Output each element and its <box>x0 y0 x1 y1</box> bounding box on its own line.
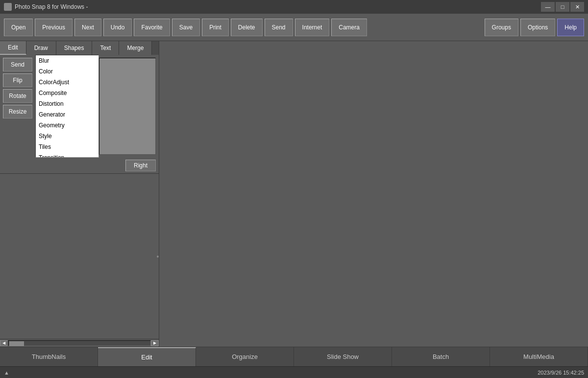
filter-generator[interactable]: Generator <box>36 109 98 120</box>
filter-transition[interactable]: Transition <box>36 152 98 158</box>
tab-shapes[interactable]: Shapes <box>56 41 93 55</box>
camera-button[interactable]: Camera <box>331 19 367 36</box>
filter-color[interactable]: Color <box>36 66 98 77</box>
tab-merge[interactable]: Merge <box>119 41 152 55</box>
right-canvas <box>159 41 588 347</box>
bottom-tab-multimedia[interactable]: MultiMedia <box>490 347 588 366</box>
filter-blur[interactable]: Blur <box>36 55 98 66</box>
filter-list[interactable]: Blur Color ColorAdjust Composite Distort… <box>35 55 99 158</box>
edit-tab-bar: Edit Draw Shapes Text Merge <box>0 41 159 55</box>
right-button[interactable]: Right <box>125 160 156 171</box>
send-button[interactable]: Send <box>265 19 293 36</box>
bottom-tab-organize[interactable]: Organize <box>196 347 294 366</box>
help-button[interactable]: Help <box>557 19 584 36</box>
filter-composite[interactable]: Composite <box>36 88 98 98</box>
canvas-scroll[interactable] <box>0 174 159 339</box>
delete-button[interactable]: Delete <box>231 19 263 36</box>
status-bar: ▲ 2023/9/26 15:42:25 <box>0 366 588 378</box>
canvas-area <box>0 173 159 339</box>
window-controls: — □ ✕ <box>541 2 584 12</box>
bottom-tab-slideshow[interactable]: Slide Show <box>294 347 392 366</box>
app-icon <box>4 3 12 11</box>
app-title: Photo Snap 8 for Windows - <box>15 3 541 10</box>
canvas-dot <box>157 256 159 258</box>
title-bar: Photo Snap 8 for Windows - — □ ✕ <box>0 0 588 14</box>
status-datetime: 2023/9/26 15:42:25 <box>538 370 584 376</box>
send-action-button[interactable]: Send <box>3 58 32 71</box>
filter-tiles[interactable]: Tiles <box>36 142 98 152</box>
top-section: Send Flip Rotate Resize Blur Color Color… <box>0 55 159 158</box>
filter-distortion[interactable]: Distortion <box>36 98 98 109</box>
main-area: Edit Draw Shapes Text Merge Send Flip Ro… <box>0 41 588 347</box>
options-button[interactable]: Options <box>520 19 555 36</box>
undo-button[interactable]: Undo <box>103 19 132 36</box>
resize-button[interactable]: Resize <box>3 105 32 118</box>
scrollbar-left-arrow[interactable]: ◀ <box>0 340 8 346</box>
filter-geometry[interactable]: Geometry <box>36 120 98 131</box>
previous-button[interactable]: Previous <box>35 19 73 36</box>
maximize-button[interactable]: □ <box>556 2 569 12</box>
status-icon: ▲ <box>4 370 14 376</box>
groups-button[interactable]: Groups <box>485 19 518 36</box>
scrollbar-thumb[interactable] <box>9 341 24 346</box>
flip-button[interactable]: Flip <box>3 73 32 87</box>
minimize-button[interactable]: — <box>541 2 555 12</box>
bottom-tab-bar: ThumbNails Edit Organize Slide Show Batc… <box>0 347 588 366</box>
rotate-button[interactable]: Rotate <box>3 89 32 103</box>
tab-edit[interactable]: Edit <box>0 41 26 55</box>
save-button[interactable]: Save <box>172 19 200 36</box>
left-panel: Edit Draw Shapes Text Merge Send Flip Ro… <box>0 41 159 347</box>
scrollbar-track[interactable] <box>8 340 151 346</box>
action-column: Send Flip Rotate Resize <box>0 55 35 158</box>
favorite-button[interactable]: Favorite <box>134 19 170 36</box>
filter-style[interactable]: Style <box>36 131 98 142</box>
print-button[interactable]: Print <box>202 19 229 36</box>
filter-coloradjust[interactable]: ColorAdjust <box>36 77 98 88</box>
scrollbar-right-arrow[interactable]: ▶ <box>151 340 159 346</box>
bottom-tab-thumbnails[interactable]: ThumbNails <box>0 347 98 366</box>
bottom-tab-edit[interactable]: Edit <box>98 347 196 366</box>
next-button[interactable]: Next <box>74 19 101 36</box>
toolbar: Open Previous Next Undo Favorite Save Pr… <box>0 14 588 41</box>
tab-text[interactable]: Text <box>92 41 119 55</box>
horizontal-scrollbar[interactable]: ◀ ▶ <box>0 339 159 347</box>
direction-bar: Right <box>0 158 159 173</box>
toolbar-right: Groups Options Help <box>485 19 584 36</box>
close-button[interactable]: ✕ <box>570 2 584 12</box>
tab-draw[interactable]: Draw <box>26 41 56 55</box>
open-button[interactable]: Open <box>4 19 33 36</box>
bottom-tab-batch[interactable]: Batch <box>392 347 490 366</box>
internet-button[interactable]: Internet <box>295 19 330 36</box>
filter-preview <box>99 58 156 155</box>
